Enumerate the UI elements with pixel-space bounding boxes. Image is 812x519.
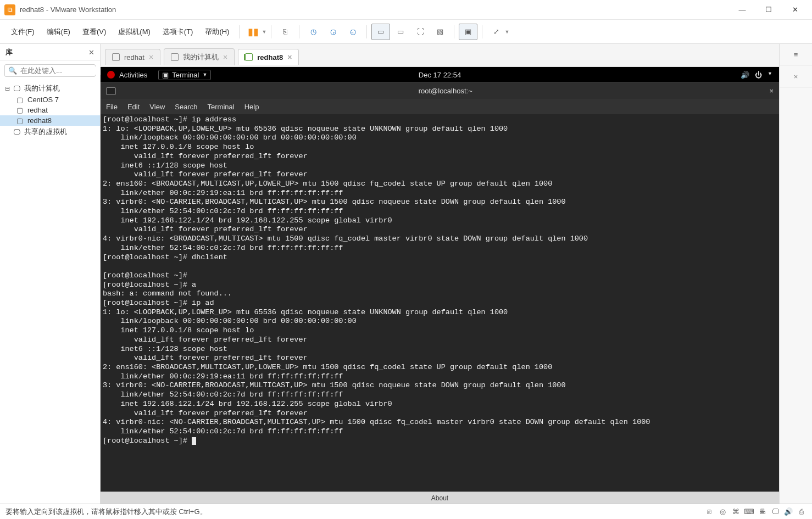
device-icon[interactable]: ⎚ (704, 507, 714, 516)
tree-root-mycomputer[interactable]: ⊟ 🖵 我的计算机 (0, 82, 100, 94)
device-icon[interactable]: ⌨ (744, 507, 754, 516)
vm-icon: ▢ (16, 106, 25, 114)
separator (482, 25, 482, 38)
terminal-menubar: File Edit View Search Terminal Help (101, 99, 779, 114)
vm-icon: ▢ (16, 96, 25, 104)
term-menu-edit[interactable]: Edit (127, 103, 140, 111)
status-icons: ⎚ ◎ ⌘ ⌨ 🖶 🖵 🔊 ⎙ (704, 507, 807, 516)
device-icon[interactable]: 🔊 (783, 507, 793, 516)
side-extras: ≡ × (779, 44, 812, 504)
separator (299, 25, 299, 38)
view-fullscreen-button[interactable]: ⛶ (411, 24, 430, 40)
close-extra-icon[interactable]: × (780, 66, 812, 88)
console-icon[interactable]: ▣ (459, 24, 477, 40)
shared-icon: 🖵 (13, 128, 22, 136)
activities-button[interactable]: Activities (119, 71, 147, 79)
title-bar: ⧉ redhat8 - VMware Workstation ― ☐ ✕ (0, 0, 812, 20)
term-menu-view[interactable]: View (149, 103, 165, 111)
cursor (192, 437, 196, 445)
view-stretch-button[interactable]: ▭ (391, 24, 410, 40)
collapse-icon[interactable]: ⊟ (3, 85, 11, 92)
device-icon[interactable]: 🖶 (757, 507, 767, 516)
home-tab-icon (171, 53, 179, 61)
menu-file[interactable]: 文件(F) (5, 25, 40, 39)
list-icon[interactable]: ≡ (780, 44, 812, 66)
term-menu-file[interactable]: File (106, 103, 118, 111)
window-title: redhat8 - VMware Workstation (20, 5, 730, 14)
tab-bar: redhat × 我的计算机 × redhat8 × (101, 44, 779, 67)
chevron-down-icon: ▼ (202, 72, 207, 77)
menu-edit[interactable]: 编辑(E) (41, 25, 76, 39)
close-button[interactable]: ✕ (782, 2, 808, 18)
term-menu-search[interactable]: Search (175, 103, 197, 111)
menu-help[interactable]: 帮助(H) (199, 25, 235, 39)
terminal-close-icon[interactable]: × (769, 87, 774, 95)
library-tree: ⊟ 🖵 我的计算机 ▢ CentOS 7 ▢ redhat ▢ redhat8 … (0, 80, 100, 140)
tree-shared-vms[interactable]: 🖵 共享的虚拟机 (0, 126, 100, 138)
dropdown-icon[interactable]: ▼ (504, 29, 509, 35)
library-title: 库 (5, 47, 88, 57)
terminal-window-icon (106, 87, 116, 95)
snapshot-manage-button[interactable]: ◵ (343, 24, 362, 40)
vm-tab-icon (245, 53, 253, 61)
snapshot-revert-button[interactable]: ◶ (324, 24, 342, 40)
search-icon: 🔍 (8, 66, 17, 75)
separator (271, 25, 271, 38)
menu-view[interactable]: 查看(V) (77, 25, 112, 39)
tab-mycomputer[interactable]: 我的计算机 × (164, 48, 235, 65)
vm-icon: ▢ (16, 116, 25, 125)
search-input[interactable] (20, 66, 113, 75)
library-panel: 库 ✕ 🔍 ▼ ⊟ 🖵 我的计算机 ▢ CentOS 7 ▢ redhat ▢ (0, 44, 101, 504)
terminal-title: root@localhost:~ (121, 87, 769, 95)
tab-redhat8[interactable]: redhat8 × (238, 49, 299, 65)
vmware-logo-icon: ⧉ (4, 4, 15, 15)
clock[interactable]: Dec 17 22:54 (419, 71, 461, 79)
gnome-top-bar: Activities ▣ Terminal ▼ Dec 17 22:54 🔊 ⏻… (101, 67, 779, 82)
term-menu-terminal[interactable]: Terminal (208, 103, 235, 111)
close-tab-icon[interactable]: × (287, 53, 292, 62)
status-bar: 要将输入定向到该虚拟机，请将鼠标指针移入其中或按 Ctrl+G。 ⎚ ◎ ⌘ ⌨… (0, 504, 812, 519)
library-search[interactable]: 🔍 ▼ (4, 64, 96, 77)
minimize-button[interactable]: ― (730, 2, 755, 18)
snapshot-take-button[interactable]: ◷ (304, 24, 322, 40)
volume-icon[interactable]: 🔊 (741, 71, 749, 79)
separator (454, 25, 454, 38)
snapshot-button[interactable]: ⎘ (276, 24, 294, 40)
monitor-icon: 🖵 (13, 85, 22, 93)
view-console-button[interactable]: ▭ (371, 24, 390, 40)
tree-item-centos7[interactable]: ▢ CentOS 7 (0, 94, 100, 105)
separator (239, 25, 240, 38)
expand-button[interactable]: ⤢ (487, 24, 505, 40)
device-icon[interactable]: 🖵 (770, 507, 780, 516)
terminal-output[interactable]: [root@localhost ~]# ip address 1: lo: <L… (101, 114, 779, 492)
chevron-down-icon[interactable]: ▼ (767, 71, 772, 79)
term-menu-help[interactable]: Help (244, 103, 259, 111)
menu-tabs[interactable]: 选项卡(T) (157, 25, 199, 39)
maximize-button[interactable]: ☐ (756, 2, 781, 18)
menu-bar: 文件(F) 编辑(E) 查看(V) 虚拟机(M) 选项卡(T) 帮助(H) ▮▮… (0, 20, 812, 44)
device-icon[interactable]: ⎙ (797, 507, 807, 516)
dropdown-icon[interactable]: ▼ (262, 29, 266, 35)
terminal-titlebar: root@localhost:~ × (101, 82, 779, 99)
device-icon[interactable]: ⌘ (731, 507, 741, 516)
tree-item-redhat8[interactable]: ▢ redhat8 (0, 115, 100, 126)
redhat-logo-icon (107, 71, 115, 79)
power-icon[interactable]: ⏻ (755, 71, 762, 79)
menu-vm[interactable]: 虚拟机(M) (113, 25, 156, 39)
pause-button[interactable]: ▮▮ (244, 24, 263, 40)
close-panel-icon[interactable]: ✕ (88, 48, 94, 57)
tree-item-redhat[interactable]: ▢ redhat (0, 105, 100, 115)
close-tab-icon[interactable]: × (149, 53, 153, 62)
terminal-icon: ▣ (162, 71, 169, 79)
vm-console[interactable]: Activities ▣ Terminal ▼ Dec 17 22:54 🔊 ⏻… (101, 67, 779, 504)
separator (366, 25, 367, 38)
vm-tab-icon (112, 53, 120, 61)
status-hint: 要将输入定向到该虚拟机，请将鼠标指针移入其中或按 Ctrl+G。 (5, 507, 207, 517)
app-menu-terminal[interactable]: ▣ Terminal ▼ (158, 70, 211, 80)
vm-footer[interactable]: About (101, 492, 779, 504)
close-tab-icon[interactable]: × (223, 53, 227, 62)
tab-redhat[interactable]: redhat × (105, 49, 160, 65)
view-unity-button[interactable]: ▧ (431, 24, 449, 40)
device-icon[interactable]: ◎ (718, 507, 727, 516)
